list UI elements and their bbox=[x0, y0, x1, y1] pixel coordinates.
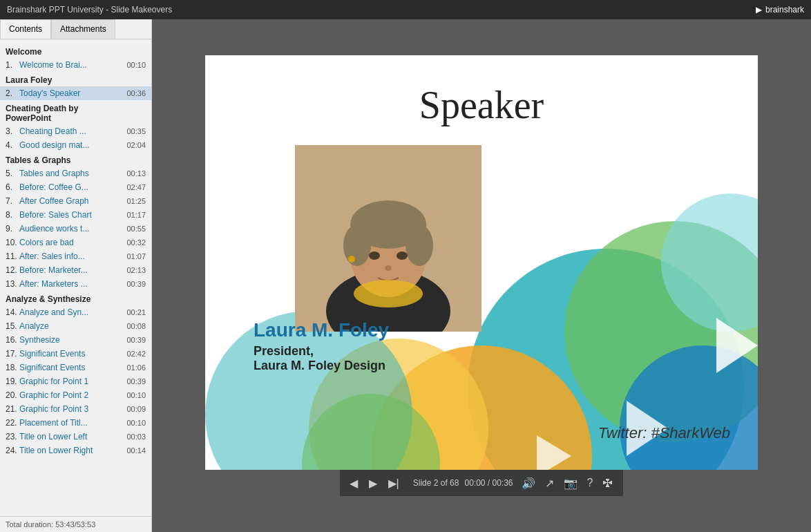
sidebar-footer: Total duration: 53:43/53:53 bbox=[0, 516, 151, 532]
toc-item-4[interactable]: 4. Good design mat... 02:04 bbox=[0, 138, 151, 152]
sidebar-tabs: Contents Attachments bbox=[0, 19, 151, 39]
toc-item-12[interactable]: 12. Before: Marketer... 02:13 bbox=[0, 263, 151, 277]
help-button[interactable]: ? bbox=[584, 474, 596, 492]
title-bar: Brainshark PPT University - Slide Makeov… bbox=[0, 0, 811, 19]
share-button[interactable]: ↗ bbox=[542, 474, 557, 493]
svg-point-20 bbox=[385, 265, 392, 271]
toc-item-6[interactable]: 6. Before: Coffee G... 02:47 bbox=[0, 180, 151, 194]
toc-item-10[interactable]: 10. Colors are bad 00:32 bbox=[0, 236, 151, 249]
toc-item-3[interactable]: 3. Cheating Death ... 00:35 bbox=[0, 124, 151, 138]
section-tables-graphs: Tables & Graphs bbox=[0, 152, 151, 167]
svg-point-19 bbox=[397, 251, 408, 260]
fullscreen-button[interactable]: ⧾ bbox=[600, 474, 616, 492]
toc-item-16[interactable]: 16. Synthesize 00:39 bbox=[0, 333, 151, 347]
slide-viewer: Speaker bbox=[152, 19, 811, 532]
speaker-name: Laura M. Foley bbox=[254, 319, 389, 341]
sidebar-scroll[interactable]: Welcome 1. Welcome to Brai... 00:10 Laur… bbox=[0, 39, 151, 516]
toc-item-22[interactable]: 22. Placement of Titl... 00:10 bbox=[0, 416, 151, 430]
toc-item-1[interactable]: 1. Welcome to Brai... 00:10 bbox=[0, 58, 151, 72]
toc-item-14[interactable]: 14. Analyze and Syn... 00:21 bbox=[0, 305, 151, 319]
toc-item-9[interactable]: 9. Audience works t... 00:55 bbox=[0, 222, 151, 236]
toc-item-23[interactable]: 23. Title on Lower Left 00:03 bbox=[0, 430, 151, 444]
controls-bar: ◀ ▶ ▶| Slide 2 of 68 00:00 / 00:36 🔊 ↗ 📷… bbox=[340, 470, 624, 496]
sidebar: Contents Attachments Welcome 1. Welcome … bbox=[0, 19, 152, 532]
toc-item-18[interactable]: 18. Significant Events 01:06 bbox=[0, 361, 151, 374]
toc-item-5[interactable]: 5. Tables and Graphs 00:13 bbox=[0, 167, 151, 180]
twitter-hashtag: Twitter: #SharkWeb bbox=[598, 424, 730, 442]
next-button[interactable]: ▶| bbox=[385, 474, 402, 493]
toc-item-8[interactable]: 8. Before: Sales Chart 01:17 bbox=[0, 208, 151, 222]
right-controls: 🔊 ↗ 📷 ? ⧾ bbox=[519, 474, 617, 493]
time-info: 00:00 / 00:36 bbox=[464, 478, 513, 488]
toc-item-24[interactable]: 24. Title on Lower Right 00:14 bbox=[0, 444, 151, 457]
speaker-photo bbox=[295, 145, 481, 332]
svg-point-21 bbox=[348, 256, 355, 263]
toc-item-20[interactable]: 20. Graphic for Point 2 00:10 bbox=[0, 388, 151, 402]
app-title: Brainshark PPT University - Slide Makeov… bbox=[7, 5, 172, 15]
toc-item-7[interactable]: 7. After Coffee Graph 01:25 bbox=[0, 194, 151, 208]
speaker-company: Laura M. Foley Design bbox=[254, 359, 389, 373]
section-analyze-synthesize: Analyze & Synthesize bbox=[0, 291, 151, 305]
toc-item-13[interactable]: 13. After: Marketers ... 00:39 bbox=[0, 277, 151, 291]
section-laura-foley: Laura Foley bbox=[0, 72, 151, 86]
prev-button[interactable]: ◀ bbox=[347, 474, 361, 493]
main-area: Contents Attachments Welcome 1. Welcome … bbox=[0, 19, 811, 532]
svg-point-18 bbox=[369, 251, 380, 260]
play-button[interactable]: ▶ bbox=[366, 474, 380, 493]
svg-point-16 bbox=[343, 225, 371, 266]
tab-attachments[interactable]: Attachments bbox=[51, 19, 115, 39]
toc-item-17[interactable]: 17. Significant Events 02:42 bbox=[0, 347, 151, 361]
speaker-job-title: President, bbox=[254, 344, 389, 359]
tab-contents[interactable]: Contents bbox=[0, 19, 51, 39]
slide-canvas: Speaker bbox=[205, 55, 758, 470]
slide-title: Speaker bbox=[205, 83, 758, 127]
toc-item-2[interactable]: 2. Today's Speaker 00:36 bbox=[0, 86, 151, 100]
brainshark-logo: ▶ brainshark bbox=[756, 5, 804, 15]
svg-point-22 bbox=[354, 280, 423, 307]
svg-point-17 bbox=[406, 225, 433, 266]
section-welcome: Welcome bbox=[0, 44, 151, 58]
toc-item-21[interactable]: 21. Graphic for Point 3 00:09 bbox=[0, 402, 151, 416]
slide-info: Slide 2 of 68 bbox=[413, 478, 459, 488]
toc-item-15[interactable]: 15. Analyze 00:08 bbox=[0, 319, 151, 333]
toc-item-11[interactable]: 11. After: Sales info... 01:07 bbox=[0, 249, 151, 263]
logo-icon: ▶ bbox=[756, 5, 762, 15]
toc-item-19[interactable]: 19. Graphic for Point 1 00:39 bbox=[0, 374, 151, 388]
section-cheating-death: Cheating Death byPowerPoint bbox=[0, 100, 151, 124]
camera-button[interactable]: 📷 bbox=[561, 474, 580, 493]
volume-button[interactable]: 🔊 bbox=[519, 474, 538, 493]
speaker-info-box: Laura M. Foley President, Laura M. Foley… bbox=[254, 319, 389, 373]
